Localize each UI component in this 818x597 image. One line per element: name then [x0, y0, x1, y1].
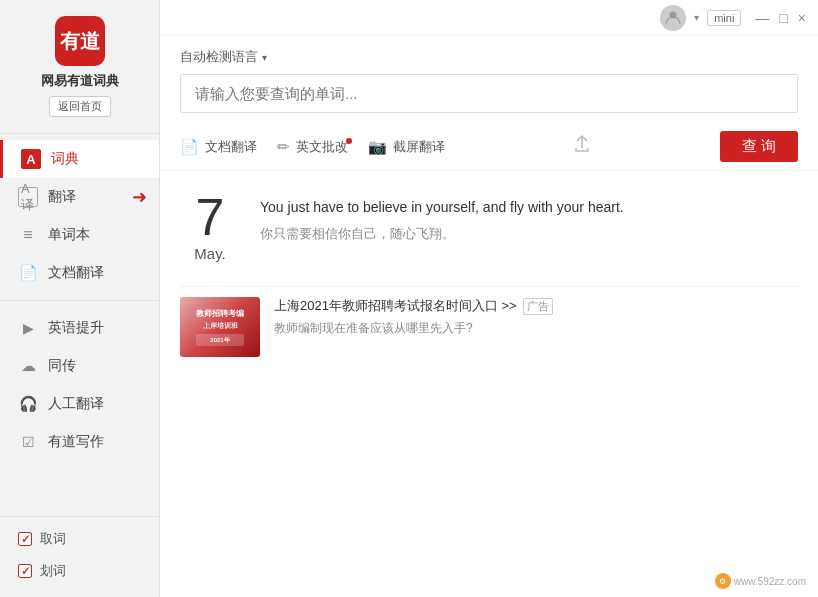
quote-en: You just have to believe in yourself, an… — [260, 197, 624, 218]
sidebar-label-danciben: 单词本 — [48, 226, 90, 244]
sidebar-divider-bottom — [0, 516, 159, 517]
search-toolbar: 📄 文档翻译 ✏ 英文批改 📷 截屏翻译 查 询 — [160, 123, 818, 171]
sidebar-bottom: 取词 划词 — [0, 510, 159, 597]
sidebar-item-cidian[interactable]: A 词典 — [0, 140, 159, 178]
sidebar-item-youdaoxiezuo[interactable]: ☑ 有道写作 — [0, 423, 159, 461]
sidebar-divider-mid — [0, 300, 159, 301]
user-avatar[interactable] — [660, 5, 686, 31]
ad-content: 上海2021年教师招聘考试报名时间入口 >> 广告 教师编制现在准备应该从哪里先… — [274, 297, 553, 337]
ad-title-row: 上海2021年教师招聘考试报名时间入口 >> 广告 — [274, 297, 553, 315]
sidebar-label-tongchuan: 同传 — [48, 357, 76, 375]
en-edit-label: 英文批改 — [296, 138, 348, 156]
watermark-text: www.592zz.com — [734, 576, 806, 587]
sidebar-item-fanyi[interactable]: A译 翻译 ➜ — [0, 178, 159, 216]
date-block: 7 May. — [180, 191, 240, 262]
quote-zh: 你只需要相信你自己，随心飞翔。 — [260, 224, 624, 244]
doc-translate-icon: 📄 — [180, 138, 199, 156]
en-edit-badge — [346, 138, 352, 144]
screen-translate-icon: 📷 — [368, 138, 387, 156]
quote-text: You just have to believe in yourself, an… — [260, 191, 624, 244]
mini-button[interactable]: mini — [707, 10, 741, 26]
screen-translate-button[interactable]: 📷 截屏翻译 — [368, 138, 445, 156]
sidebar-item-rengongfanyi[interactable]: 🎧 人工翻译 — [0, 385, 159, 423]
logo-area: 有道 网易有道词典 返回首页 — [0, 0, 159, 127]
tongchuan-icon: ☁ — [18, 356, 38, 376]
user-chevron-icon[interactable]: ▾ — [694, 12, 699, 23]
youdaoxiezuo-icon: ☑ — [18, 432, 38, 452]
cidian-icon: A — [21, 149, 41, 169]
date-number: 7 — [196, 191, 225, 243]
app-logo: 有道 — [55, 16, 105, 66]
sidebar-label-rengongfanyi: 人工翻译 — [48, 395, 104, 413]
ad-title[interactable]: 上海2021年教师招聘考试报名时间入口 >> — [274, 297, 517, 315]
search-input[interactable] — [180, 74, 798, 113]
ad-thumbnail: 教师招聘考编 上岸培训班 2021年 — [180, 297, 260, 357]
content-area: 7 May. You just have to believe in yours… — [160, 171, 818, 597]
app-name: 网易有道词典 — [41, 72, 119, 90]
wendangfanyi-icon: 📄 — [18, 263, 38, 283]
sidebar-item-danciben[interactable]: ≡ 单词本 — [0, 216, 159, 254]
minimize-button[interactable]: — — [755, 10, 769, 26]
huaci-label: 划词 — [40, 562, 66, 580]
huaci-checkbox[interactable] — [18, 564, 32, 578]
qucidian-label: 取词 — [40, 530, 66, 548]
lang-detect-dropdown[interactable]: 自动检测语言 ▾ — [180, 48, 798, 66]
maximize-button[interactable]: □ — [779, 10, 787, 26]
lang-detect-label: 自动检测语言 — [180, 48, 258, 66]
query-button[interactable]: 查 询 — [720, 131, 798, 162]
rengongfanyi-icon: 🎧 — [18, 394, 38, 414]
ad-label: 广告 — [523, 298, 553, 315]
fanyi-icon: A译 — [18, 187, 38, 207]
fanyi-arrow-icon: ➜ — [132, 186, 147, 208]
en-edit-button[interactable]: ✏ 英文批改 — [277, 138, 348, 156]
sidebar-label-youdaoxiezuo: 有道写作 — [48, 433, 104, 451]
search-area: 自动检测语言 ▾ — [160, 36, 818, 123]
sidebar-item-wendangfanyi[interactable]: 📄 文档翻译 — [0, 254, 159, 292]
sidebar-label-wendangfanyi: 文档翻译 — [48, 264, 104, 282]
en-edit-icon: ✏ — [277, 138, 290, 156]
huaci-item[interactable]: 划词 — [0, 555, 159, 587]
qucidian-checkbox[interactable] — [18, 532, 32, 546]
share-icon[interactable] — [572, 134, 592, 159]
sidebar-label-yingyushengsheng: 英语提升 — [48, 319, 104, 337]
titlebar: ▾ mini — □ × — [160, 0, 818, 36]
sidebar-divider-top — [0, 133, 159, 134]
danciben-icon: ≡ — [18, 225, 38, 245]
main-content: ▾ mini — □ × 自动检测语言 ▾ 📄 文档翻译 ✏ 英文批改 📷 截屏… — [160, 0, 818, 597]
back-home-button[interactable]: 返回首页 — [49, 96, 111, 117]
watermark: ⚙ www.592zz.com — [715, 573, 806, 589]
ad-description: 教师编制现在准备应该从哪里先入手? — [274, 320, 553, 337]
watermark-icon: ⚙ — [715, 573, 731, 589]
sidebar: 有道 网易有道词典 返回首页 A 词典 A译 翻译 ➜ ≡ 单词本 📄 文档翻译… — [0, 0, 160, 597]
yingyushengsheng-icon: ▶ — [18, 318, 38, 338]
lang-detect-arrow-icon: ▾ — [262, 52, 267, 63]
sidebar-item-yingyushengsheng[interactable]: ▶ 英语提升 — [0, 309, 159, 347]
sidebar-label-fanyi: 翻译 — [48, 188, 76, 206]
date-month: May. — [194, 245, 225, 262]
qucidian-item[interactable]: 取词 — [0, 523, 159, 555]
sidebar-label-cidian: 词典 — [51, 150, 79, 168]
window-controls: — □ × — [755, 10, 806, 26]
doc-translate-label: 文档翻译 — [205, 138, 257, 156]
doc-translate-button[interactable]: 📄 文档翻译 — [180, 138, 257, 156]
sidebar-item-tongchuan[interactable]: ☁ 同传 — [0, 347, 159, 385]
close-button[interactable]: × — [798, 10, 806, 26]
daily-quote: 7 May. You just have to believe in yours… — [180, 191, 798, 262]
screen-translate-label: 截屏翻译 — [393, 138, 445, 156]
ad-banner: 教师招聘考编 上岸培训班 2021年 上海2021年教师招聘考试报名时间入口 >… — [180, 286, 798, 357]
